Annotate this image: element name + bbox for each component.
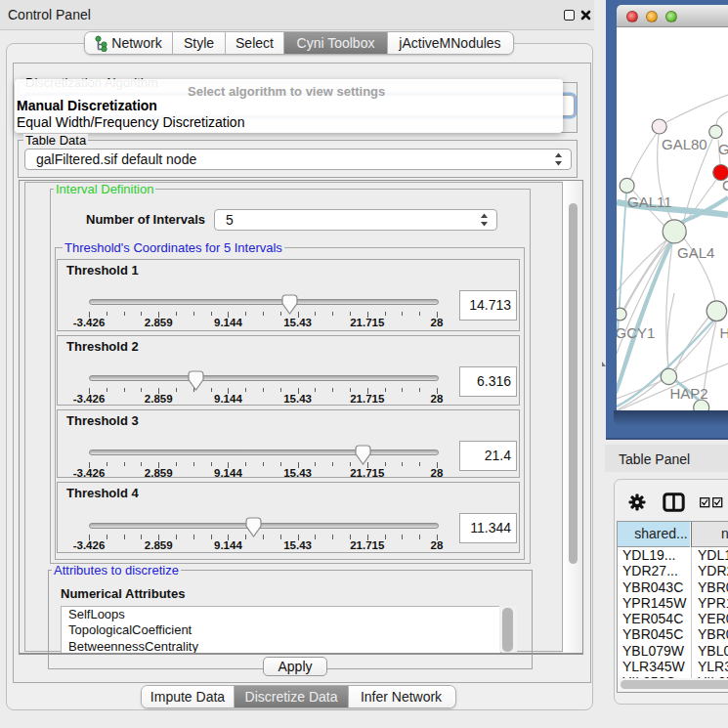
svg-text:HAP2: HAP2 (670, 385, 708, 402)
svg-text:GA: GA (718, 141, 728, 157)
svg-text:H: H (720, 324, 728, 341)
svg-text:GAL11: GAL11 (627, 193, 672, 210)
svg-text:GCY1: GCY1 (617, 324, 655, 341)
svg-text:GAL4: GAL4 (677, 244, 714, 261)
svg-text:C: C (722, 177, 728, 193)
svg-text:GAL80: GAL80 (662, 136, 707, 152)
